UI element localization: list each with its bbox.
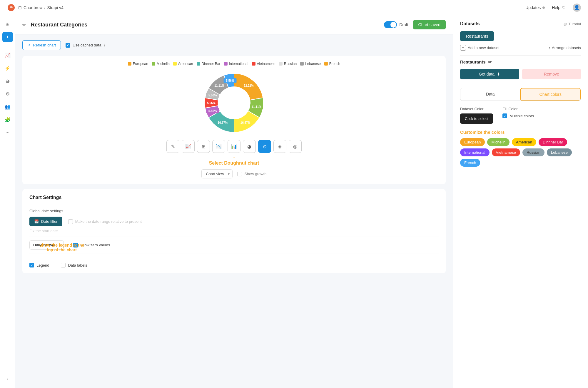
sidebar-item-team[interactable]: 👥 — [2, 101, 13, 112]
sidebar-item-integrations[interactable]: 🧩 — [2, 114, 13, 125]
multiple-colors-label[interactable]: ✓ Multiple colors — [502, 113, 534, 118]
help-nav[interactable]: Help ♡ — [552, 5, 566, 10]
donut-label: 5.56% — [208, 109, 217, 113]
data-labels-check-label[interactable]: Data labels — [61, 263, 87, 267]
settings-divider-3 — [29, 253, 439, 253]
sidebar-item-charts[interactable]: ◕ — [2, 76, 13, 86]
help-label: Help — [552, 5, 560, 10]
datasets-panel: Datasets ◎ Tutorial Restaurants + Add a … — [453, 15, 588, 388]
updates-label: Updates — [525, 5, 541, 10]
tutorial-link[interactable]: ◎ Tutorial — [564, 22, 581, 26]
get-data-row: Get data ⬇ Remove — [460, 69, 581, 79]
make-relative-checkbox[interactable] — [68, 219, 73, 224]
color-tag[interactable]: American — [512, 138, 536, 146]
settings-divider-2 — [29, 237, 439, 237]
color-tag[interactable]: European — [460, 138, 485, 146]
sidebar-item-connections[interactable]: ⚡ — [2, 63, 13, 73]
legend-checkbox[interactable]: ✓ — [29, 263, 34, 267]
download-icon: ⬇ — [497, 72, 500, 76]
select-doughnut-annotation: ↑Select Doughnut chart — [28, 155, 440, 166]
datasets-header: Datasets ◎ Tutorial — [460, 21, 581, 26]
user-icon: 👤 — [574, 5, 580, 10]
multiple-colors-checkbox[interactable]: ✓ — [502, 113, 507, 118]
color-tag[interactable]: Russian — [522, 148, 544, 156]
updates-dot — [542, 6, 545, 9]
date-filter-label: Date filter — [41, 219, 58, 224]
legend-check-label[interactable]: ✓ Legend — [29, 263, 49, 267]
updates-nav[interactable]: Updates — [525, 5, 545, 10]
arrange-icon: ↕ — [548, 46, 550, 50]
sidebar-expand[interactable]: › — [2, 374, 13, 384]
chart-saved-button[interactable]: Chart saved — [413, 20, 446, 29]
sidebar-item-dashboard[interactable]: ⊞ — [2, 19, 13, 29]
chart-settings-panel: Chart Settings Global date settings 📅 Da… — [22, 189, 446, 273]
restaurants-label: Restaurants — [460, 59, 486, 64]
date-filter-button[interactable]: 📅 Date filter — [29, 217, 62, 226]
restaurants-dataset-tab[interactable]: Restaurants — [460, 31, 494, 41]
color-tag[interactable]: International — [460, 148, 490, 156]
draft-toggle-switch[interactable] — [384, 21, 397, 28]
add-dataset-row: + Add a new dataset ↕ Arrange datasets — [460, 45, 581, 51]
cache-label[interactable]: ✓ Use cached data ℹ — [66, 43, 105, 48]
add-dataset-button[interactable]: + Add a new dataset — [460, 45, 500, 51]
tutorial-icon: ◎ — [564, 22, 567, 26]
edit-restaurants-icon[interactable]: ✏ — [488, 59, 492, 65]
sidebar: ⊞ + 📈 ⚡ ◕ ⚙ 👥 🧩 ··· › — [0, 15, 15, 388]
color-tag[interactable]: Michelin — [487, 138, 510, 146]
get-data-button[interactable]: Get data ⬇ — [460, 69, 519, 79]
user-avatar[interactable]: 👤 — [573, 4, 581, 12]
refresh-chart-button[interactable]: ↺ Refresh chart — [22, 40, 61, 50]
toggle-knob — [390, 22, 396, 28]
info-icon: ℹ — [104, 43, 105, 47]
view-row: Chart view Show growth — [28, 169, 440, 178]
legend-item: French — [324, 62, 340, 66]
chart-type-edit[interactable]: ✎ — [166, 140, 179, 153]
chart-type-table[interactable]: ⊞ — [197, 140, 210, 153]
draft-toggle: Draft — [384, 21, 408, 28]
chart-view-select[interactable]: Chart view — [201, 169, 233, 178]
refresh-label: Refresh chart — [33, 43, 56, 47]
chart-type-pie[interactable]: ◕ — [243, 140, 256, 153]
sidebar-item-settings[interactable]: ⚙ — [2, 88, 13, 99]
tab-data[interactable]: Data — [460, 88, 520, 101]
make-relative-label[interactable]: Make the date range relative to present — [68, 219, 142, 224]
chart-type-doughnut[interactable]: ⊙ — [258, 140, 271, 153]
color-tag[interactable]: Lebanese — [547, 148, 572, 156]
show-growth-text: Show growth — [244, 172, 266, 176]
tab-chart-colors[interactable]: Chart colors — [520, 88, 581, 101]
fix-start-label: Fix the start date — [29, 229, 439, 233]
click-to-select-button[interactable]: Click to select — [460, 113, 493, 124]
show-growth-label[interactable]: Show growth — [237, 172, 266, 176]
chart-type-area[interactable]: 📉 — [212, 140, 225, 153]
chart-type-radar[interactable]: ◈ — [273, 140, 286, 153]
cache-checkbox[interactable]: ✓ — [66, 43, 70, 48]
chart-title: Restaurant Categories — [31, 22, 379, 28]
data-labels-text: Data labels — [68, 263, 87, 267]
sidebar-item-analytics[interactable]: 📈 — [2, 50, 13, 60]
donut-label: 16.67% — [240, 121, 250, 124]
legend-item: American — [173, 62, 193, 66]
donut-label: 11.11% — [214, 84, 224, 87]
show-growth-checkbox[interactable] — [237, 172, 242, 176]
legend-item: European — [128, 62, 148, 66]
content-area: ✏ Restaurant Categories Draft Chart save… — [15, 15, 588, 388]
color-tag[interactable]: French — [460, 159, 480, 167]
color-tag[interactable]: Vietnamese — [492, 148, 520, 156]
topnav: ⊞ Chartbrew / Strapi v4 Updates Help ♡ 👤 — [0, 0, 588, 15]
donut-chart-svg: 22.22%11.11%16.67%16.67%5.56%5.56%5.56%1… — [193, 71, 275, 135]
pencil-icon: ✏ — [22, 22, 26, 28]
sidebar-item-more[interactable]: ··· — [2, 127, 13, 138]
sidebar-divider — [3, 46, 12, 46]
data-labels-checkbox[interactable] — [61, 263, 66, 267]
sidebar-item-add[interactable]: + — [2, 32, 13, 42]
remove-button[interactable]: Remove — [522, 69, 581, 79]
heart-icon: ♡ — [562, 5, 566, 10]
donut-container: 22.22%11.11%16.67%16.67%5.56%5.56%5.56%1… — [28, 71, 440, 135]
chart-type-line[interactable]: 📈 — [182, 140, 195, 153]
color-tag[interactable]: Dinnner Bar — [539, 138, 567, 146]
chart-type-polar[interactable]: ◎ — [289, 140, 302, 153]
chart-type-bar[interactable]: 📊 — [228, 140, 240, 153]
fill-color-col: Fill Color ✓ Multiple colors — [502, 107, 534, 118]
logo-icon — [7, 4, 15, 12]
arrange-datasets-button[interactable]: ↕ Arrange datasets — [548, 46, 581, 50]
